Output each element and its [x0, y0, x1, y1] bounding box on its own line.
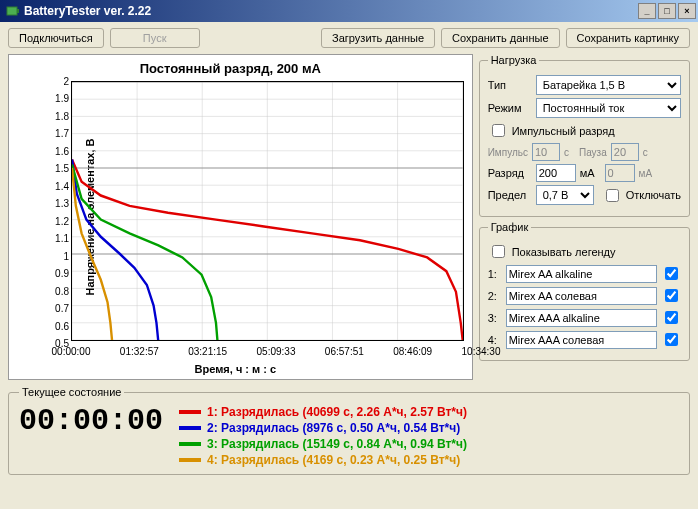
y-tick: 0.8 — [47, 285, 69, 296]
series-name-input[interactable] — [506, 309, 657, 327]
y-tick: 1.3 — [47, 198, 69, 209]
series-index: 3: — [488, 312, 502, 324]
minimize-button[interactable]: _ — [638, 3, 656, 19]
load-data-button[interactable]: Загрузить данные — [321, 28, 435, 48]
discharge-input[interactable] — [536, 164, 576, 182]
start-button[interactable]: Пуск — [110, 28, 200, 48]
x-tick: 08:46:09 — [393, 346, 432, 357]
load-legend: Нагрузка — [488, 54, 540, 66]
series-visible-checkbox[interactable] — [665, 289, 678, 302]
y-tick: 1.4 — [47, 180, 69, 191]
y-tick: 1.5 — [47, 163, 69, 174]
y-tick: 0.9 — [47, 268, 69, 279]
discharge2-input — [605, 164, 635, 182]
connect-button[interactable]: Подключиться — [8, 28, 104, 48]
series-index: 4: — [488, 334, 502, 346]
x-tick: 01:32:57 — [120, 346, 159, 357]
elapsed-clock: 00:00:00 — [19, 404, 163, 438]
y-tick: 1.6 — [47, 145, 69, 156]
status-legend: Текущее состояние — [19, 386, 124, 398]
x-tick: 10:34:30 — [462, 346, 501, 357]
title-bar: BatteryTester ver. 2.22 _ □ × — [0, 0, 698, 22]
series-index: 1: — [488, 268, 502, 280]
color-swatch — [179, 458, 201, 462]
color-swatch — [179, 442, 201, 446]
status-line: 1: Разрядилась (40699 с, 2.26 А*ч, 2.57 … — [179, 404, 467, 420]
limit-select[interactable]: 0,7 В — [536, 185, 594, 205]
series-index: 2: — [488, 290, 502, 302]
save-data-button[interactable]: Сохранить данные — [441, 28, 559, 48]
disconnect-label: Отключать — [626, 189, 681, 201]
y-tick: 1.7 — [47, 128, 69, 139]
y-tick: 0.6 — [47, 320, 69, 331]
chart-title: Постоянный разряд, 200 мА — [9, 61, 452, 76]
pause-input — [611, 143, 639, 161]
series-row: 4: — [488, 330, 681, 349]
pulse-label: Импульс — [488, 147, 528, 158]
x-axis-label: Время, ч : м : с — [9, 363, 462, 375]
toolbar: Подключиться Пуск Загрузить данные Сохра… — [0, 22, 698, 54]
disconnect-checkbox[interactable] — [606, 189, 619, 202]
show-legend-checkbox[interactable] — [492, 245, 505, 258]
chart: Постоянный разряд, 200 мА Напряжение на … — [8, 54, 473, 380]
svg-rect-0 — [7, 7, 17, 15]
graph-legend: График — [488, 221, 532, 233]
status-line: 4: Разрядилась (4169 с, 0.23 А*ч, 0.25 В… — [179, 452, 467, 468]
y-tick: 2 — [47, 76, 69, 87]
y-tick: 0.7 — [47, 303, 69, 314]
series-line — [72, 159, 158, 340]
save-image-button[interactable]: Сохранить картинку — [566, 28, 690, 48]
series-visible-checkbox[interactable] — [665, 333, 678, 346]
y-tick: 1.9 — [47, 93, 69, 104]
mode-label: Режим — [488, 102, 532, 114]
x-tick: 06:57:51 — [325, 346, 364, 357]
mode-select[interactable]: Постоянный ток — [536, 98, 681, 118]
pause-label: Пауза — [579, 147, 607, 158]
maximize-button[interactable]: □ — [658, 3, 676, 19]
y-tick: 1.8 — [47, 110, 69, 121]
app-icon — [4, 3, 20, 19]
plot-area — [71, 81, 464, 341]
show-legend-label: Показывать легенду — [512, 246, 616, 258]
x-tick: 00:00:00 — [52, 346, 91, 357]
series-row: 1: — [488, 264, 681, 283]
color-swatch — [179, 426, 201, 430]
series-row: 3: — [488, 308, 681, 327]
series-visible-checkbox[interactable] — [665, 267, 678, 280]
y-tick: 1.1 — [47, 233, 69, 244]
pulse-input — [532, 143, 560, 161]
x-tick: 05:09:33 — [257, 346, 296, 357]
x-tick: 03:21:15 — [188, 346, 227, 357]
window-title: BatteryTester ver. 2.22 — [24, 4, 638, 18]
load-panel: Нагрузка Тип Батарейка 1,5 В Режим Посто… — [479, 54, 690, 217]
status-panel: Текущее состояние 00:00:00 1: Разрядилас… — [8, 386, 690, 475]
limit-label: Предел — [488, 189, 532, 201]
color-swatch — [179, 410, 201, 414]
pulse-checkbox[interactable] — [492, 124, 505, 137]
close-button[interactable]: × — [678, 3, 696, 19]
discharge-label: Разряд — [488, 167, 532, 179]
type-label: Тип — [488, 79, 532, 91]
graph-panel: График Показывать легенду 1:2:3:4: — [479, 221, 690, 361]
series-row: 2: — [488, 286, 681, 305]
y-tick: 1 — [47, 250, 69, 261]
pulse-checkbox-label: Импульсный разряд — [512, 125, 615, 137]
status-line: 2: Разрядилась (8976 с, 0.50 А*ч, 0.54 В… — [179, 420, 467, 436]
type-select[interactable]: Батарейка 1,5 В — [536, 75, 681, 95]
series-name-input[interactable] — [506, 265, 657, 283]
status-line: 3: Разрядилась (15149 с, 0.84 А*ч, 0.94 … — [179, 436, 467, 452]
series-name-input[interactable] — [506, 287, 657, 305]
series-name-input[interactable] — [506, 331, 657, 349]
y-tick: 1.2 — [47, 215, 69, 226]
series-visible-checkbox[interactable] — [665, 311, 678, 324]
svg-rect-1 — [17, 9, 19, 13]
